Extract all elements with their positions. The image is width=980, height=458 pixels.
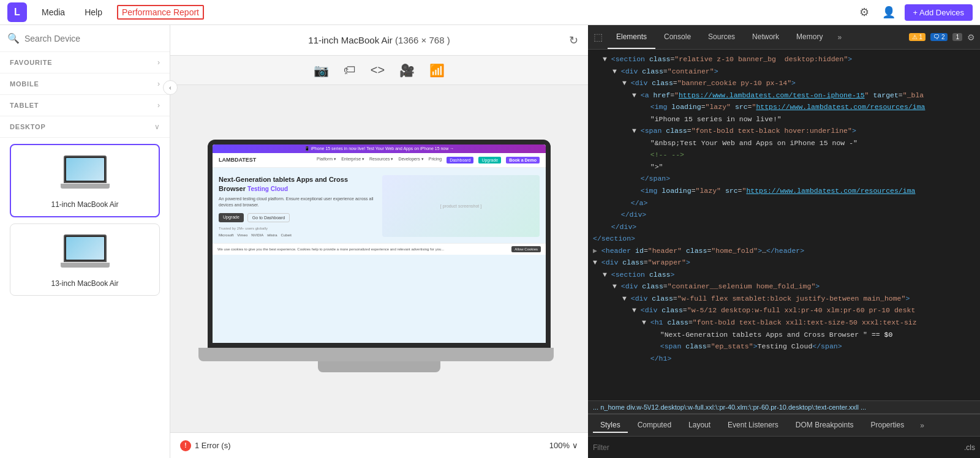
- search-input[interactable]: [24, 34, 162, 43]
- section-desktop-label: DESKTOP: [10, 123, 46, 130]
- bottom-tab-layout[interactable]: Layout: [681, 418, 718, 433]
- section-favourite-label: FAVOURITE: [10, 59, 52, 66]
- device-thumb-2: [55, 231, 116, 274]
- devtools-tab-sources[interactable]: Sources: [699, 25, 744, 49]
- code-icon[interactable]: <>: [371, 63, 385, 77]
- device-name-13inch: 13-inch MacBook Air: [51, 279, 118, 288]
- code-line: </h1>: [588, 353, 980, 365]
- preview-title: 11-inch MacBook Air (1366 × 768 ): [308, 35, 450, 45]
- code-line: </section>: [588, 233, 980, 245]
- zoom-control[interactable]: 100% ∨: [549, 441, 578, 450]
- bottom-tabs-more[interactable]: »: [916, 421, 928, 430]
- devtools-tab-network[interactable]: Network: [744, 25, 788, 49]
- chevron-right-icon: ›: [157, 58, 160, 67]
- breadcrumb-bar: ... n_home div.w-5\/12.desktop\:w-full.x…: [588, 400, 980, 414]
- preview-area: 📱 iPhone 15 series in now live! Test You…: [170, 85, 588, 432]
- wifi-icon[interactable]: 📶: [429, 63, 445, 78]
- tag-icon[interactable]: 🏷: [344, 63, 356, 77]
- info-badge: 1: [952, 33, 962, 41]
- code-line: ▼ <section class="relative z-10 banner_b…: [588, 53, 980, 66]
- devtools-right: ⚠ 1 🗨 2 1 ⚙: [904, 32, 980, 42]
- collapse-sidebar-button[interactable]: ‹: [163, 80, 178, 95]
- device-card-13inch[interactable]: 13-inch MacBook Air: [10, 223, 160, 296]
- laptop-screen-inner: [66, 158, 104, 181]
- error-dot: !: [180, 440, 191, 451]
- preview-footer: ! 1 Error (s) 100% ∨: [170, 432, 588, 458]
- breadcrumb-text: ... n_home div.w-5\/12.desktop\:w-full.x…: [593, 404, 866, 411]
- devtools-settings-icon[interactable]: ⚙: [967, 32, 975, 42]
- code-line: <span class="ep_stats">Testing Cloud</sp…: [588, 340, 980, 353]
- website-header: LAMBDATEST Platform ▾ Enterprise ▾ Resou…: [213, 153, 546, 168]
- cls-filter-icon[interactable]: .cls: [964, 443, 975, 452]
- section-favourite[interactable]: FAVOURITE ›: [0, 52, 170, 73]
- code-line: ▼ <span class="font-bold text-black hove…: [588, 125, 980, 137]
- section-mobile-label: MOBILE: [10, 80, 39, 88]
- nav-performance-report[interactable]: Performance Report: [117, 5, 204, 20]
- laptop-base: [61, 184, 110, 189]
- zoom-chevron-icon: ∨: [572, 441, 578, 450]
- add-devices-button[interactable]: + Add Devices: [905, 4, 973, 21]
- section-mobile[interactable]: MOBILE ›: [0, 73, 170, 95]
- nav-media[interactable]: Media: [37, 5, 70, 20]
- video-icon[interactable]: 🎥: [399, 63, 415, 78]
- error-label: 1 Error (s): [195, 441, 231, 450]
- nav-help[interactable]: Help: [80, 5, 107, 20]
- device-thumb: [55, 152, 116, 195]
- bottom-tab-computed[interactable]: Computed: [630, 418, 679, 433]
- laptop-shape: [58, 156, 113, 192]
- code-line: ▼ <div class="banner_cookie py-10 px-14"…: [588, 77, 980, 89]
- website-nav: Platform ▾ Enterprise ▾ Resources ▾ Deve…: [317, 157, 540, 163]
- laptop-bottom-bar: [198, 348, 554, 361]
- warning-badge: ⚠ 1: [909, 33, 925, 41]
- code-line: ▼ <a href="https://www.lambdatest.com/te…: [588, 89, 980, 102]
- laptop-preview-screen: 📱 iPhone 15 series in now live! Test You…: [213, 145, 546, 343]
- code-line: ▼ <div class="container__selenium home_f…: [588, 280, 980, 293]
- zoom-value: 100%: [549, 441, 570, 450]
- code-line: ▼ <div class="w-5/12 desktop:w-full xxl:…: [588, 304, 980, 317]
- devtools-tab-memory[interactable]: Memory: [788, 25, 831, 49]
- chevron-right-icon: ›: [157, 80, 160, 88]
- website-hero-text: Next-Generation tablets Apps and Cross B…: [219, 175, 376, 238]
- code-line: <img loading="lazy" src="https://www.lam…: [588, 101, 980, 113]
- bottom-tab-styles[interactable]: Styles: [593, 418, 628, 433]
- code-line: ▶ <header id="header" class="home_fold">…: [588, 245, 980, 257]
- device-card-11inch[interactable]: 11-inch MacBook Air: [10, 144, 160, 217]
- section-desktop[interactable]: DESKTOP ∨: [0, 116, 170, 138]
- chevron-down-icon: ∨: [154, 122, 160, 131]
- website-screenshot: [ product screenshot ]: [382, 175, 540, 238]
- bottom-tab-properties[interactable]: Properties: [864, 418, 912, 433]
- website-preview: 📱 iPhone 15 series in now live! Test You…: [213, 145, 546, 343]
- main-content: 🔍 FAVOURITE › MOBILE › TABLET › DESKTOP …: [0, 25, 980, 458]
- laptop-screen-inner-2: [66, 237, 104, 260]
- code-line: ▼ <div class="w-full flex smtablet:block…: [588, 293, 980, 305]
- section-tablet[interactable]: TABLET ›: [0, 95, 170, 116]
- laptop-screen-outer: 📱 iPhone 15 series in now live! Test You…: [208, 140, 551, 348]
- website-logo: LAMBDATEST: [219, 157, 256, 163]
- devtools-tab-console[interactable]: Console: [655, 25, 699, 49]
- code-line: </div>: [588, 221, 980, 233]
- bottom-tab-dom-breakpoints[interactable]: DOM Breakpoints: [788, 418, 861, 433]
- user-icon[interactable]: 👤: [880, 4, 897, 21]
- laptop-shape-2: [58, 235, 113, 271]
- website-banner: 📱 iPhone 15 series in now live! Test You…: [213, 145, 546, 153]
- settings-icon[interactable]: ⚙: [856, 4, 873, 21]
- bottom-tab-event-listeners[interactable]: Event Listeners: [720, 418, 786, 433]
- bottom-tabs: Styles Computed Layout Event Listeners D…: [588, 414, 980, 436]
- devtools-more-tabs[interactable]: »: [834, 33, 845, 42]
- app-logo: L: [7, 2, 27, 22]
- search-icon: 🔍: [7, 32, 20, 44]
- devtools-inspect-icon[interactable]: ⬚: [588, 31, 608, 43]
- code-line: ▼ <div class="wrapper">: [588, 257, 980, 269]
- camera-icon[interactable]: 📷: [314, 63, 329, 78]
- nav-right: ⚙ 👤 + Add Devices: [856, 4, 973, 21]
- code-line: <img loading="lazy" src="https://www.lam…: [588, 185, 980, 197]
- preview-toolbar: 📷 🏷 <> 🎥 📶: [170, 56, 588, 85]
- error-count-badge: 🗨 2: [930, 33, 948, 41]
- error-badge: ! 1 Error (s): [180, 440, 231, 451]
- filter-input[interactable]: [593, 443, 964, 452]
- refresh-icon[interactable]: ↻: [569, 34, 578, 47]
- devtools-tabs: ⬚ Elements Console Sources Network Memor…: [588, 25, 980, 50]
- laptop-stand: [318, 361, 440, 372]
- code-line: ▼ <h1 class="font-bold text-black xxll:t…: [588, 317, 980, 329]
- devtools-tab-elements[interactable]: Elements: [608, 25, 655, 49]
